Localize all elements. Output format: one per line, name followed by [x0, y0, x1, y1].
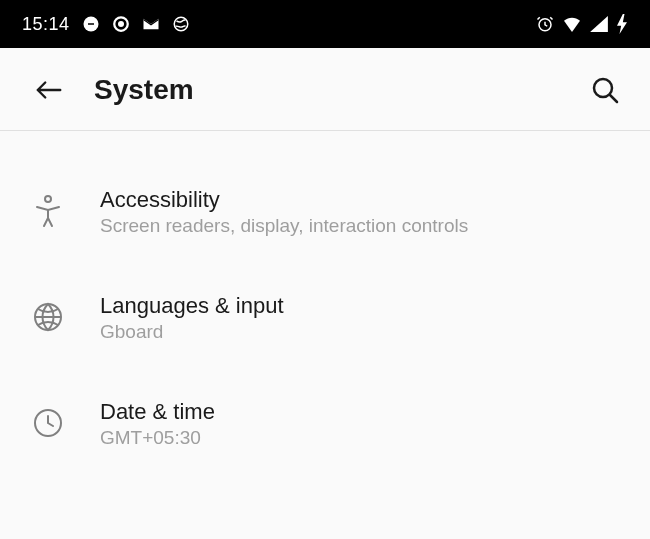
search-icon — [590, 75, 620, 105]
notification-circle-icon — [112, 15, 130, 33]
setting-title: Accessibility — [100, 187, 620, 213]
setting-title: Date & time — [100, 399, 620, 425]
status-left: 15:14 — [22, 14, 190, 35]
alarm-icon — [536, 15, 554, 33]
notification-globe-icon — [172, 15, 190, 33]
accessibility-text: Accessibility Screen readers, display, i… — [100, 187, 620, 237]
accessibility-icon — [30, 193, 66, 229]
languages-input-text: Languages & input Gboard — [100, 293, 620, 343]
status-time: 15:14 — [22, 14, 70, 35]
notification-chat-icon — [82, 15, 100, 33]
svg-point-4 — [174, 17, 188, 31]
search-button[interactable] — [590, 75, 620, 105]
globe-icon — [30, 299, 66, 335]
svg-rect-1 — [88, 23, 94, 25]
back-button[interactable] — [34, 78, 68, 102]
status-bar: 15:14 — [0, 0, 650, 48]
accessibility-row[interactable]: Accessibility Screen readers, display, i… — [0, 169, 650, 255]
clock-icon — [30, 405, 66, 441]
header: System — [0, 48, 650, 131]
gmail-icon — [142, 17, 160, 31]
status-right — [536, 14, 628, 34]
svg-point-3 — [118, 21, 124, 27]
wifi-icon — [562, 16, 582, 32]
setting-subtitle: GMT+05:30 — [100, 427, 620, 449]
cellular-signal-icon — [590, 16, 608, 32]
back-arrow-icon — [34, 78, 64, 102]
svg-point-7 — [45, 196, 51, 202]
setting-subtitle: Screen readers, display, interaction con… — [100, 215, 620, 237]
settings-list: Accessibility Screen readers, display, i… — [0, 131, 650, 467]
setting-title: Languages & input — [100, 293, 620, 319]
date-time-row[interactable]: Date & time GMT+05:30 — [0, 381, 650, 467]
page-title: System — [94, 74, 590, 106]
setting-subtitle: Gboard — [100, 321, 620, 343]
battery-charging-icon — [616, 14, 628, 34]
languages-input-row[interactable]: Languages & input Gboard — [0, 275, 650, 361]
date-time-text: Date & time GMT+05:30 — [100, 399, 620, 449]
